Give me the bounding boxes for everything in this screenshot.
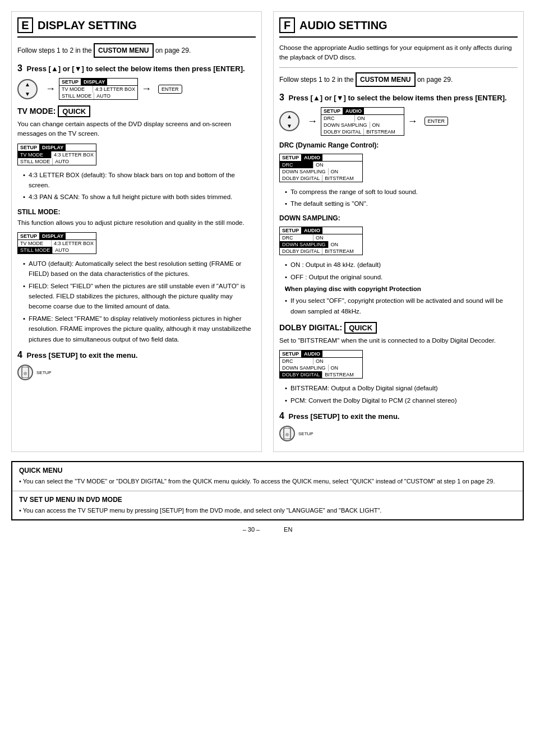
drc-title: DRC (Dynamic Range Control): (279, 141, 518, 149)
section-letter-f: F (279, 17, 295, 33)
menu-header-display-3: DISPLAY (40, 233, 66, 239)
still-mode-title: STILL MODE: (17, 208, 256, 216)
tv-mode-bullets: 4:3 LETTER BOX (default): To show black … (23, 170, 256, 202)
menu-header-display-2: DISPLAY (40, 144, 66, 151)
left-setup-label: SETUP (36, 370, 52, 375)
menu-tv-mode-val-1: 4:3 LETTER BOX (93, 86, 137, 93)
audio-menu-header-setup-1: SETUP (321, 108, 343, 114)
left-step4-number: 4 (17, 350, 22, 359)
dolby-menu-drc-val: ON (313, 358, 347, 365)
still-mode-bullets: AUTO (default): Automatically select the… (23, 259, 256, 344)
left-menu-box-1: SETUP DISPLAY TV MODE 4:3 LETTER BOX STI… (59, 78, 138, 100)
left-arrow-1: → (45, 83, 56, 95)
svg-point-0 (24, 372, 27, 375)
dolby-menu-down-val: ON (329, 365, 362, 371)
ds-menu-header-audio: AUDIO (302, 227, 322, 234)
display-setting-section: E DISPLAY SETTING Follow steps 1 to 2 in… (11, 11, 262, 452)
drc-bullets: To compress the range of soft to loud so… (285, 187, 518, 209)
ds-menu-drc: DRC (280, 234, 313, 241)
drc-menu-diagram: SETUP AUDIO DRC ON DOWN SAMPLING ON DOLB… (279, 154, 518, 182)
right-menu-diagram-1: ▲ ▼ → SETUP AUDIO DRC ON DOWN SAMPLI (279, 107, 518, 136)
drc-bullet-2: The default setting is "ON". (285, 199, 518, 209)
page-lang: EN (284, 526, 292, 533)
ds-bullet-2: OFF : Output the original sound. (285, 272, 518, 282)
left-step3-line: 3 Press [▲] or [▼] to select the below i… (17, 63, 256, 73)
down-sampling-bullets: ON : Output in 48 kHz. (default) OFF : O… (285, 260, 518, 316)
right-step3-line: 3 Press [▲] or [▼] to select the below i… (279, 93, 518, 103)
audio-intro-para: Choose the appropriate Audio settings fo… (279, 43, 518, 63)
menu-still-mode-val-1: AUTO (94, 93, 128, 99)
ds-bullet-1: ON : Output in 48 kHz. (default) (285, 260, 518, 270)
menu-still-mode-1: STILL MODE (59, 93, 94, 99)
menu-still-mode-val-3: AUTO (53, 247, 86, 253)
left-custom-menu-box: CUSTOM MENU (94, 43, 153, 58)
right-remote-icon-1: ▲ ▼ (279, 111, 299, 131)
right-intro: Follow steps 1 to 2 in the CUSTOM MENU o… (279, 72, 518, 87)
dolby-menu-box: SETUP AUDIO DRC ON DOWN SAMPLING ON DOLB… (279, 350, 363, 379)
menu-header-setup-1: SETUP (59, 79, 81, 85)
drc-menu-dolby-val: BITSTREAM (322, 175, 356, 182)
menu-still-mode-val-2: AUTO (53, 158, 86, 165)
page: E DISPLAY SETTING Follow steps 1 to 2 in… (11, 11, 524, 533)
right-divider (279, 67, 518, 68)
menu-tv-mode-1: TV MODE (59, 86, 93, 93)
two-column-layout: E DISPLAY SETTING Follow steps 1 to 2 in… (11, 11, 524, 452)
drc-menu-down: DOWN SAMPLING (280, 168, 329, 175)
menu-tv-mode-3: TV MODE (18, 240, 52, 247)
left-intro: Follow steps 1 to 2 in the CUSTOM MENU o… (17, 43, 256, 58)
ds-menu-dolby: DOLBY DIGITAL (280, 248, 322, 255)
left-menu-diagram-1: ▲ ▼ → SETUP DISPLAY TV MODE 4:3 LETTER B… (17, 78, 256, 100)
right-remote-updown-1: ▲ ▼ (279, 111, 299, 131)
bottom-notes: QUICK MENU • You can select the "TV MODE… (11, 461, 524, 520)
right-step4-number: 4 (279, 411, 284, 421)
dolby-title: DOLBY DIGITAL: QUICK (279, 322, 518, 334)
drc-menu-header-setup: SETUP (280, 154, 302, 161)
right-menu-box-1: SETUP AUDIO DRC ON DOWN SAMPLING ON DOLB… (321, 107, 404, 136)
menu-tv-mode-val-2: 4:3 LETTER BOX (52, 151, 96, 158)
drc-menu-down-val: ON (329, 168, 362, 175)
right-step4-line: 4 Press [SETUP] to exit the menu. (279, 411, 518, 421)
ds-menu-down-val: ON (329, 241, 362, 248)
tv-mode-desc: You can change certain aspects of the DV… (17, 119, 256, 139)
still-mode-desc: This function allows you to adjust pictu… (17, 218, 256, 228)
left-remote-small (17, 365, 33, 380)
right-arrow-1: → (307, 116, 317, 127)
left-menu-diagram-3: SETUP DISPLAY TV MODE 4:3 LETTER BOX STI… (17, 232, 256, 254)
right-step4-text: Press [SETUP] to exit the menu. (289, 412, 400, 421)
drc-menu-header-audio: AUDIO (302, 154, 322, 161)
drc-menu-drc-val: ON (313, 162, 347, 168)
dolby-bullet-1: BITSTREAM: Output a Dolby Digital signal… (285, 383, 518, 393)
drc-menu-drc: DRC (280, 162, 313, 168)
audio-setting-section: F AUDIO SETTING Choose the appropriate A… (273, 11, 524, 452)
tv-mode-quick-box: QUICK (58, 105, 90, 117)
down-sampling-menu-box: SETUP AUDIO DRC ON DOWN SAMPLING ON DOLB… (279, 227, 363, 255)
audio-menu-drc-1: DRC (321, 115, 355, 122)
menu-tv-mode-val-3: 4:3 LETTER BOX (52, 240, 96, 247)
audio-menu-dolby-val-1: BITSTREAM (364, 128, 398, 135)
dolby-menu-diagram: SETUP AUDIO DRC ON DOWN SAMPLING ON DOLB… (279, 350, 518, 379)
quick-menu-note-text: • You can select the "TV MODE" or "DOLBY… (19, 477, 516, 486)
menu-still-mode-2: STILL MODE (18, 158, 53, 165)
right-custom-menu-box: CUSTOM MENU (356, 72, 415, 87)
menu-header-setup-3: SETUP (18, 233, 40, 239)
menu-still-mode-3: STILL MODE (18, 247, 53, 253)
audio-setting-title: AUDIO SETTING (299, 19, 388, 32)
dolby-bullet-2: PCM: Convert the Dolby Digital to PCM (2… (285, 395, 518, 405)
left-arrow-enter-1: → (141, 83, 151, 95)
right-arrow-enter-1: → (408, 116, 418, 127)
audio-setting-header: F AUDIO SETTING (279, 17, 518, 38)
left-enter-btn-1: ENTER (158, 85, 182, 94)
left-step4-text: Press [SETUP] to exit the menu. (27, 351, 138, 359)
menu-tv-mode-2: TV MODE (18, 151, 52, 158)
dolby-menu-dolby-val: BITSTREAM (322, 371, 356, 378)
drc-bullet-1: To compress the range of soft to loud so… (285, 187, 518, 197)
dolby-quick-box: QUICK (344, 322, 377, 334)
dolby-menu-header-audio: AUDIO (302, 351, 322, 357)
right-enter-btn-1: ENTER (425, 117, 449, 126)
right-step3-text: Press [▲] or [▼] to select the below ite… (289, 94, 507, 102)
menu-header-display-1: DISPLAY (81, 79, 107, 85)
left-step4-line: 4 Press [SETUP] to exit the menu. (17, 350, 256, 360)
audio-menu-dolby-1: DOLBY DIGITAL (321, 128, 364, 135)
dolby-menu-down: DOWN SAMPLING (280, 365, 329, 371)
drc-menu-box: SETUP AUDIO DRC ON DOWN SAMPLING ON DOLB… (279, 154, 363, 182)
